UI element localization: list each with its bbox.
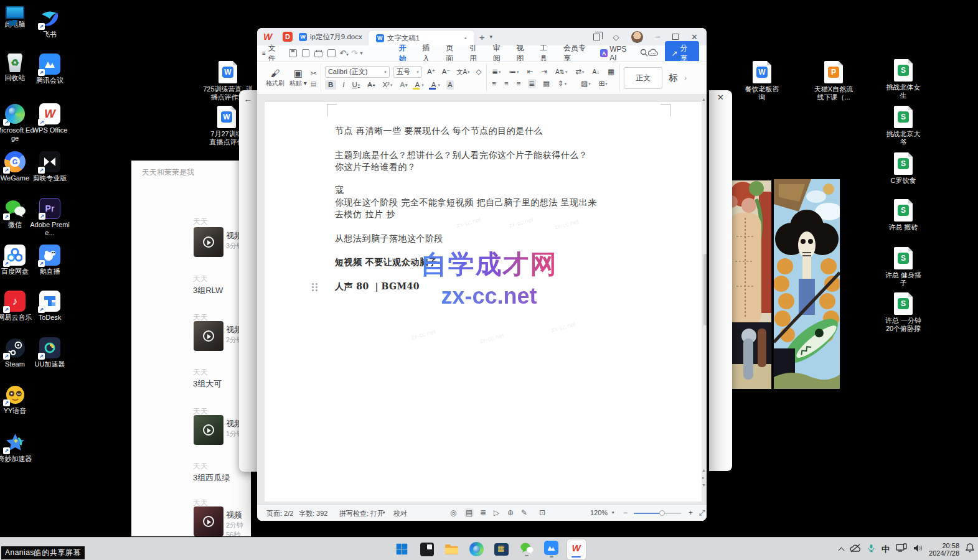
focus-mode-icon[interactable]: ⊡: [539, 508, 545, 517]
format-painter-button[interactable]: 🖌格式刷: [265, 68, 286, 88]
notification-bell-icon[interactable]: [966, 543, 974, 555]
outline-text-button[interactable]: A▾: [398, 80, 408, 90]
doc-paragraph[interactable]: 人声 80 ｜BGM40: [335, 281, 420, 292]
shading-fill-icon[interactable]: ▨▾: [580, 79, 591, 88]
new-tab-button[interactable]: +: [479, 32, 485, 42]
print-icon[interactable]: [314, 51, 322, 57]
bold-button[interactable]: B: [325, 80, 336, 90]
zoom-in-button[interactable]: +: [689, 508, 693, 517]
desktop-icon-todesk[interactable]: ToDesk: [30, 291, 70, 322]
export-icon[interactable]: [302, 49, 310, 57]
microphone-icon[interactable]: [867, 543, 875, 556]
zoom-slider-thumb[interactable]: [659, 510, 665, 516]
record-view-icon[interactable]: ◎: [450, 508, 456, 517]
next-page-icon[interactable]: ▼: [702, 483, 706, 487]
strikethrough-button[interactable]: A▾: [366, 80, 376, 90]
bullet-list-icon[interactable]: ≣▾: [491, 67, 502, 77]
doc-paragraph[interactable]: 节点 再清晰一些 要展现什么 每个节点的目的是什么: [335, 126, 543, 137]
style-body-button[interactable]: 正文: [624, 67, 662, 89]
doc-paragraph[interactable]: 主题到底是什么？想讲什么？别人看完你这个片子能获得什么？: [335, 150, 588, 161]
taskbar-clock[interactable]: 20:58 2024/7/28: [929, 542, 959, 557]
numbered-list-icon[interactable]: ≔▾: [508, 67, 520, 77]
scrollbar-thumb[interactable]: [703, 254, 707, 325]
background-window-right-edge[interactable]: ✕: [709, 90, 732, 471]
docer-icon[interactable]: D: [283, 32, 293, 42]
web-view-icon[interactable]: ⊕: [507, 508, 514, 517]
tray-expand-chevron-icon[interactable]: [839, 547, 845, 553]
document-area[interactable]: 节点 再清晰一些 要展现什么 每个节点的目的是什么 主题到底是什么？想讲什么？别…: [257, 95, 707, 504]
chat-video-thumbnail[interactable]: [194, 321, 223, 351]
align-right-icon[interactable]: ≡: [515, 79, 522, 88]
proofread-button[interactable]: 校对: [393, 509, 407, 518]
desktop-icon-doc-canyin[interactable]: W 餐饮老板咨询: [742, 61, 782, 101]
clear-format-icon[interactable]: ◇: [475, 67, 483, 77]
superscript-button[interactable]: X²▾: [381, 80, 393, 90]
desktop-icon-doc-cluo[interactable]: S C罗饮食: [883, 152, 923, 185]
read-mode-icon[interactable]: ▷: [494, 508, 499, 517]
decrease-font-icon[interactable]: A⁻: [441, 67, 452, 77]
avatar[interactable]: [631, 31, 643, 43]
doc-paragraph[interactable]: 你这片子给谁看的？: [335, 162, 416, 173]
sort-icon[interactable]: A↓: [591, 67, 601, 77]
font-color-button[interactable]: A▾: [430, 80, 441, 90]
style-heading-button[interactable]: 标: [669, 72, 678, 84]
save-icon[interactable]: [289, 49, 297, 57]
desktop-icon-e-live[interactable]: 鹅直播: [30, 245, 70, 276]
desktop-icon-doc-beiti[interactable]: S 挑战北体女生: [883, 59, 923, 100]
desktop-icon-uu-booster[interactable]: UU加速器: [30, 337, 70, 368]
taskbar-file-explorer[interactable]: [443, 539, 461, 559]
more-tools-chevron-icon[interactable]: ▾: [360, 50, 363, 56]
italic-button[interactable]: I: [341, 80, 346, 90]
font-size-select[interactable]: 五号▾: [393, 66, 422, 78]
cloud-paused-icon[interactable]: [850, 544, 861, 555]
desktop-icon-jianying[interactable]: 剪映专业版: [30, 151, 70, 182]
chat-video-thumbnail[interactable]: [194, 227, 223, 257]
paste-button[interactable]: ▣粘贴 ▾: [288, 68, 308, 88]
cloud-sync-icon[interactable]: [648, 49, 659, 58]
outline-view-icon[interactable]: ≣: [480, 508, 486, 517]
desktop-icon-premiere[interactable]: Pr Adobe Premie...: [30, 198, 70, 237]
close-icon[interactable]: ✕: [717, 93, 724, 102]
zoom-level[interactable]: 120%: [590, 509, 608, 516]
fullscreen-icon[interactable]: ⤢: [699, 508, 705, 517]
taskbar-tencent-meeting[interactable]: [542, 539, 561, 559]
increase-font-icon[interactable]: A⁺: [426, 67, 437, 77]
spellcheck-status[interactable]: 拼写检查: 打开: [339, 509, 384, 518]
align-left-icon[interactable]: ≡: [491, 79, 497, 88]
taskbar-wechat[interactable]: [517, 539, 536, 559]
text-direction-icon[interactable]: A⇅▾: [554, 67, 569, 77]
print-preview-icon[interactable]: [327, 49, 336, 57]
taskbar-app-dark[interactable]: [418, 539, 436, 559]
desktop-icon-wps-office[interactable]: W WPS Office: [30, 103, 70, 134]
tab-list-chevron-icon[interactable]: ▾: [490, 34, 493, 40]
copy-icon[interactable]: ▤: [311, 80, 317, 87]
justify-icon[interactable]: ≣: [528, 79, 537, 88]
word-count[interactable]: 字数: 392: [299, 509, 327, 518]
desktop-icon-ppt-tmall[interactable]: P 天猫X自然流线下课（...: [814, 61, 853, 101]
desktop-icon-qimiao-booster[interactable]: 奇妙加速器: [0, 432, 35, 463]
back-arrow-icon[interactable]: ←: [244, 94, 253, 104]
undo-icon[interactable]: ↶▾: [339, 49, 348, 58]
character-shading-button[interactable]: A: [446, 80, 454, 90]
increase-indent-icon[interactable]: ⇥: [540, 67, 548, 77]
tab-document-1[interactable]: W ip定位7月9.docx: [293, 28, 369, 45]
font-name-select[interactable]: Calibri (正文)▾: [325, 66, 390, 78]
windows-stack-icon[interactable]: [593, 34, 600, 40]
maximize-button[interactable]: [672, 34, 679, 40]
change-case-icon[interactable]: 文A▾: [455, 67, 471, 77]
distribute-icon[interactable]: ▤: [542, 79, 551, 88]
wps-logo-icon[interactable]: W: [263, 32, 274, 41]
borders-icon[interactable]: ⊞▾: [598, 79, 609, 88]
menu-wps-ai[interactable]: AWPS AI: [595, 45, 637, 62]
ltr-rtl-icon[interactable]: ⇄▾: [574, 67, 585, 77]
page-view-icon[interactable]: ▤: [464, 508, 474, 517]
integration-icon[interactable]: ◇: [613, 32, 619, 42]
highlight-color-button[interactable]: A▾: [414, 80, 425, 90]
doc-paragraph[interactable]: 你现在这个阶段 完全不能拿短视频 把自己脑子里的想法 呈现出来: [335, 197, 597, 208]
desktop-icon-doc-fuwocheng[interactable]: S 许总 一分钟20个俯卧撑: [883, 292, 923, 333]
show-marks-icon[interactable]: ▦: [606, 67, 616, 77]
cut-icon[interactable]: ✂: [311, 69, 317, 78]
decrease-indent-icon[interactable]: ⇤: [526, 67, 535, 77]
ime-indicator[interactable]: 中: [882, 544, 890, 555]
desktop-icon-tencent-meeting[interactable]: 腾讯会议: [30, 54, 70, 85]
